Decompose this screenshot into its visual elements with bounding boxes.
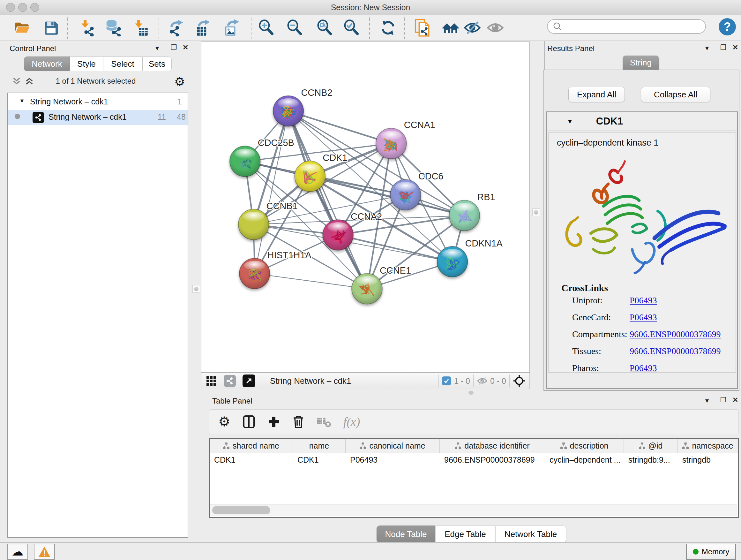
import-table-button[interactable] xyxy=(131,18,149,37)
panel-close-icon[interactable]: ✕ xyxy=(183,44,188,52)
collection-expand-icon[interactable]: ▼ xyxy=(19,98,25,105)
crosslink-link[interactable]: P06493 xyxy=(630,363,657,373)
horizontal-scrollbar[interactable] xyxy=(210,504,737,516)
table-cell[interactable]: 9606.ENSP00000378699 xyxy=(440,453,545,466)
refresh-button[interactable] xyxy=(379,18,397,37)
panel-menu-icon[interactable]: ▾ xyxy=(155,44,159,52)
network-node-CDKN1A[interactable] xyxy=(437,246,468,277)
cloud-button[interactable]: ☁ xyxy=(7,544,28,560)
table-cell[interactable]: P06493 xyxy=(346,453,440,466)
splitter-collapse-handle[interactable] xyxy=(192,285,200,293)
table-cell[interactable]: stringdb xyxy=(678,453,738,466)
string-import-button[interactable] xyxy=(414,18,432,37)
network-node-CCNE1[interactable] xyxy=(352,273,382,304)
warning-button[interactable] xyxy=(34,544,55,560)
network-node-CCNB1[interactable] xyxy=(239,209,269,240)
network-edge[interactable] xyxy=(338,235,452,262)
export-image-button[interactable] xyxy=(222,18,240,37)
crosslink-link[interactable]: 9606.ENSP00000378699 xyxy=(630,329,721,339)
network-node-CCNB2[interactable] xyxy=(273,96,304,126)
network-share-view-icon[interactable] xyxy=(224,375,236,387)
network-node-CCNA2[interactable] xyxy=(323,220,353,250)
tab-network-table[interactable]: Network Table xyxy=(495,525,566,543)
birdseye-view-icon[interactable] xyxy=(243,374,255,387)
table-settings-gear-icon[interactable]: ⚙ xyxy=(218,415,230,428)
panel-float-icon[interactable]: ❐ xyxy=(720,44,727,52)
network-node-CCNA1[interactable] xyxy=(376,128,407,159)
string-home-button[interactable] xyxy=(442,18,460,37)
column-header-namespace[interactable]: namespace xyxy=(678,439,738,453)
tab-node-table[interactable]: Node Table xyxy=(377,525,435,543)
zoom-out-button[interactable] xyxy=(286,18,304,37)
selected-checkbox-icon[interactable] xyxy=(442,376,451,385)
help-button[interactable]: ? xyxy=(719,18,736,36)
table-cell[interactable]: stringdb:9... xyxy=(624,453,678,466)
hidden-eye-slash-icon[interactable] xyxy=(477,375,488,386)
collapse-all-button[interactable]: Collapse All xyxy=(641,87,711,102)
crosslink-link[interactable]: P06493 xyxy=(630,312,657,322)
column-header-canonical-name[interactable]: canonical name xyxy=(346,439,440,453)
zoom-selected-button[interactable] xyxy=(342,18,360,37)
table-cell[interactable]: cyclin–dependent ... xyxy=(545,453,624,466)
crosshair-icon[interactable] xyxy=(513,374,526,387)
tab-sets[interactable]: Sets xyxy=(142,57,172,71)
hide-unhide-button[interactable] xyxy=(463,18,481,37)
grid-view-icon[interactable] xyxy=(206,375,217,386)
network-node-HIST1H1A[interactable] xyxy=(239,258,270,289)
tab-network[interactable]: Network xyxy=(24,57,70,71)
zoom-fit-button[interactable] xyxy=(316,18,333,37)
right-splitter[interactable] xyxy=(530,41,545,390)
network-edge[interactable] xyxy=(288,111,391,144)
search-input[interactable] xyxy=(562,22,697,31)
crosslink-link[interactable]: P06493 xyxy=(630,295,657,306)
network-collection-row[interactable]: ▼ String Network – cdk1 1 xyxy=(8,95,188,110)
panel-close-icon[interactable]: ✕ xyxy=(732,44,738,52)
panel-float-icon[interactable]: ❐ xyxy=(720,396,727,404)
crosslink-link[interactable]: 9606.ENSP00000378699 xyxy=(630,346,721,356)
show-columns-icon[interactable] xyxy=(243,415,255,429)
tab-select[interactable]: Select xyxy=(103,57,142,71)
panel-menu-icon[interactable]: ▾ xyxy=(705,396,709,405)
export-network-button[interactable] xyxy=(167,18,185,37)
save-session-button[interactable] xyxy=(42,18,60,37)
protein-collapse-icon[interactable]: ▼ xyxy=(567,118,573,125)
network-edge[interactable] xyxy=(288,111,367,289)
network-node-RB1[interactable] xyxy=(449,200,480,231)
table-cell[interactable]: CDK1 xyxy=(210,453,293,466)
network-options-gear-icon[interactable]: ⚙ xyxy=(174,75,185,89)
expand-all-button[interactable]: Expand All xyxy=(568,87,625,102)
panel-menu-icon[interactable]: ▾ xyxy=(705,44,709,52)
panel-close-icon[interactable]: ✕ xyxy=(732,396,738,404)
tab-style[interactable]: Style xyxy=(70,57,103,71)
open-session-button[interactable] xyxy=(13,18,30,37)
column-header-database-identifier[interactable]: database identifier xyxy=(440,439,545,453)
tab-edge-table[interactable]: Edge Table xyxy=(435,525,495,543)
scrollbar-thumb[interactable] xyxy=(212,506,270,514)
results-tab-string[interactable]: String xyxy=(623,56,659,70)
horizontal-splitter[interactable] xyxy=(201,390,741,395)
delete-column-icon[interactable] xyxy=(292,415,305,429)
panel-float-icon[interactable]: ❐ xyxy=(171,44,177,52)
splitter-handle[interactable] xyxy=(468,391,474,395)
create-column-icon[interactable] xyxy=(267,415,280,428)
network-row-selected[interactable]: String Network – cdk1 11 48 xyxy=(8,110,188,125)
network-node-CDK1[interactable] xyxy=(294,161,325,192)
protein-header-row[interactable]: ▼ CDK1 xyxy=(547,112,737,131)
column-header--id[interactable]: @id xyxy=(624,439,678,453)
column-header-shared-name[interactable]: shared name xyxy=(210,439,293,453)
zoom-in-button[interactable] xyxy=(257,18,275,37)
memory-button[interactable]: Memory xyxy=(686,544,736,560)
network-node-CDC6[interactable] xyxy=(390,179,421,210)
network-edge[interactable] xyxy=(255,273,367,289)
splitter-collapse-handle[interactable] xyxy=(532,208,540,216)
import-network-button[interactable] xyxy=(77,18,95,37)
table-cell[interactable]: CDK1 xyxy=(293,453,346,466)
left-splitter[interactable] xyxy=(192,41,201,542)
column-header-name[interactable]: name xyxy=(293,439,346,453)
import-network-database-button[interactable] xyxy=(104,18,122,37)
network-canvas[interactable]: CCNB2CCNA1CDC25BCDK1CDC6RB1CCNB1CCNA2CDK… xyxy=(201,42,530,373)
table-row[interactable]: CDK1CDK1P064939606.ENSP00000378699cyclin… xyxy=(210,453,738,466)
export-table-button[interactable] xyxy=(194,18,212,37)
column-header-description[interactable]: description xyxy=(545,439,624,453)
network-node-CDC25B[interactable] xyxy=(230,146,260,177)
